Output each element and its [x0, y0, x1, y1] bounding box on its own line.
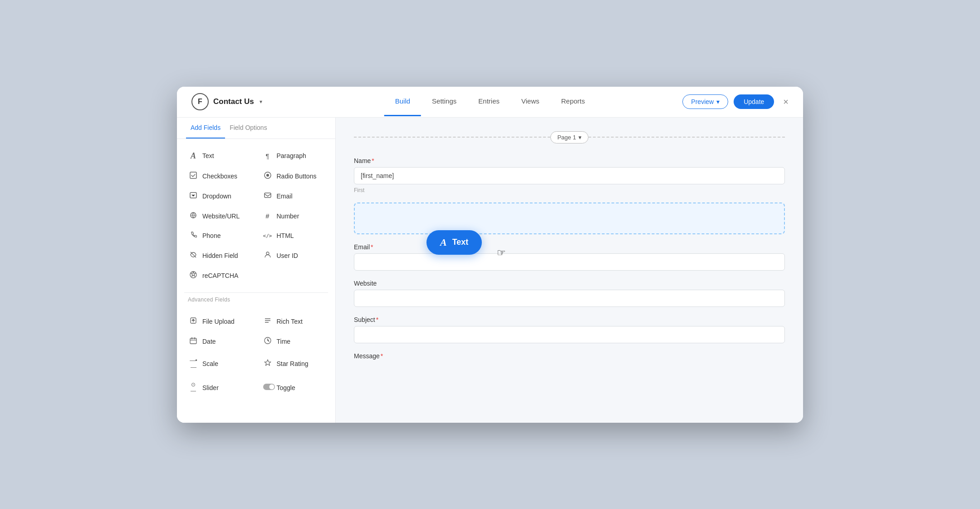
close-button[interactable]: ×	[783, 97, 789, 107]
slider-icon: ⊙—	[189, 381, 198, 394]
drop-zone[interactable]	[354, 203, 785, 234]
header-actions: Preview ▾ Update ×	[682, 94, 789, 109]
basic-fields-grid: A Text ¶ Paragraph Checkboxes	[177, 139, 335, 292]
svg-point-6	[266, 252, 269, 255]
field-file-upload[interactable]: File Upload	[182, 312, 256, 331]
field-phone[interactable]: Phone	[182, 227, 256, 245]
page-badge[interactable]: Page 1 ▾	[550, 131, 588, 143]
advanced-section-label: Advanced Fields	[177, 293, 335, 305]
field-radio-label: Radio Buttons	[277, 173, 317, 180]
field-scale-label: Scale	[202, 360, 218, 367]
form-area: Name* First Email* Website	[354, 157, 785, 360]
svg-point-2	[266, 174, 269, 177]
field-number-label: Number	[277, 212, 299, 220]
name-sublabel: First	[354, 187, 785, 193]
email-label: Email*	[354, 243, 785, 251]
field-website[interactable]: Website/URL	[182, 207, 256, 226]
sidebar-tabs: Add Fields Field Options	[177, 118, 335, 139]
field-paragraph[interactable]: ¶ Paragraph	[257, 146, 330, 166]
field-recaptcha[interactable]: reCAPTCHA	[182, 266, 256, 285]
field-phone-label: Phone	[202, 232, 220, 239]
field-text-label: Text	[202, 152, 214, 159]
preview-button[interactable]: Preview ▾	[682, 94, 728, 109]
field-toggle-label: Toggle	[277, 384, 295, 391]
header: F Contact Us ▾ Build Settings Entries Vi…	[177, 87, 803, 118]
svg-rect-12	[190, 338, 196, 344]
app-window: F Contact Us ▾ Build Settings Entries Vi…	[177, 87, 803, 423]
tab-reports[interactable]: Reports	[550, 87, 596, 116]
field-email[interactable]: Email	[257, 187, 330, 206]
radio-icon	[263, 172, 272, 181]
field-slider-label: Slider	[202, 384, 219, 391]
recaptcha-icon	[189, 271, 198, 280]
tab-add-fields[interactable]: Add Fields	[186, 118, 225, 138]
name-required: *	[372, 157, 374, 164]
field-date[interactable]: Date	[182, 332, 256, 351]
time-icon	[263, 337, 272, 346]
field-hidden-label: Hidden Field	[202, 252, 238, 259]
field-hidden[interactable]: Hidden Field	[182, 246, 256, 265]
field-checkboxes[interactable]: Checkboxes	[182, 167, 256, 186]
email-icon	[263, 192, 272, 201]
field-time[interactable]: Time	[257, 332, 330, 351]
file-upload-icon	[189, 317, 198, 326]
form-title: Contact Us	[213, 97, 254, 106]
name-input[interactable]	[354, 167, 785, 184]
field-website-label: Website/URL	[202, 212, 240, 220]
subject-field-group: Subject*	[354, 316, 785, 343]
website-label: Website	[354, 280, 785, 287]
field-dropdown[interactable]: Dropdown	[182, 187, 256, 206]
star-rating-icon	[263, 359, 272, 368]
website-input[interactable]	[354, 290, 785, 307]
tab-build[interactable]: Build	[384, 87, 421, 116]
paragraph-icon: ¶	[263, 152, 272, 160]
email-required: *	[371, 243, 373, 251]
number-icon: #	[263, 212, 272, 220]
website-field-group: Website	[354, 280, 785, 307]
field-html[interactable]: </> HTML	[257, 227, 330, 245]
phone-icon	[189, 232, 198, 240]
logo-icon: F	[191, 93, 209, 110]
sidebar: Add Fields Field Options A Text ¶ Paragr…	[177, 118, 336, 423]
subject-input[interactable]	[354, 326, 785, 343]
field-time-label: Time	[277, 338, 291, 345]
field-rich-text[interactable]: Rich Text	[257, 312, 330, 331]
date-icon	[189, 337, 198, 346]
field-html-label: HTML	[277, 232, 294, 239]
field-text[interactable]: A Text	[182, 146, 256, 166]
hidden-icon	[189, 251, 198, 260]
field-rich-text-label: Rich Text	[277, 318, 303, 325]
tab-settings[interactable]: Settings	[421, 87, 467, 116]
field-number[interactable]: # Number	[257, 207, 330, 226]
tab-views[interactable]: Views	[510, 87, 550, 116]
text-icon: A	[189, 151, 198, 161]
field-file-upload-label: File Upload	[202, 318, 235, 325]
svg-rect-0	[190, 172, 196, 178]
svg-line-5	[191, 252, 196, 257]
page-line-left	[354, 137, 550, 138]
field-toggle[interactable]: Toggle	[257, 376, 330, 399]
field-email-label: Email	[277, 193, 293, 200]
field-star-rating[interactable]: Star Rating	[257, 352, 330, 376]
page-dropdown-icon: ▾	[578, 134, 582, 141]
field-userid[interactable]: User ID	[257, 246, 330, 265]
form-title-dropdown[interactable]: ▾	[260, 99, 262, 105]
field-dropdown-label: Dropdown	[202, 193, 231, 200]
update-button[interactable]: Update	[734, 94, 774, 109]
name-field-group: Name* First	[354, 157, 785, 193]
toggle-icon	[263, 384, 272, 392]
rich-text-icon	[263, 317, 272, 326]
subject-label: Subject*	[354, 316, 785, 323]
subject-required: *	[376, 316, 378, 323]
tab-entries[interactable]: Entries	[467, 87, 510, 116]
preview-dropdown-icon: ▾	[716, 98, 720, 105]
advanced-fields-grid: File Upload Rich Text Date	[177, 305, 335, 406]
checkboxes-icon	[189, 172, 198, 181]
email-input[interactable]	[354, 253, 785, 271]
field-slider[interactable]: ⊙— Slider	[182, 376, 256, 399]
field-scale[interactable]: —•— Scale	[182, 352, 256, 376]
message-label: Message*	[354, 352, 785, 360]
field-radio[interactable]: Radio Buttons	[257, 167, 330, 186]
name-label: Name*	[354, 157, 785, 164]
tab-field-options[interactable]: Field Options	[225, 118, 271, 138]
